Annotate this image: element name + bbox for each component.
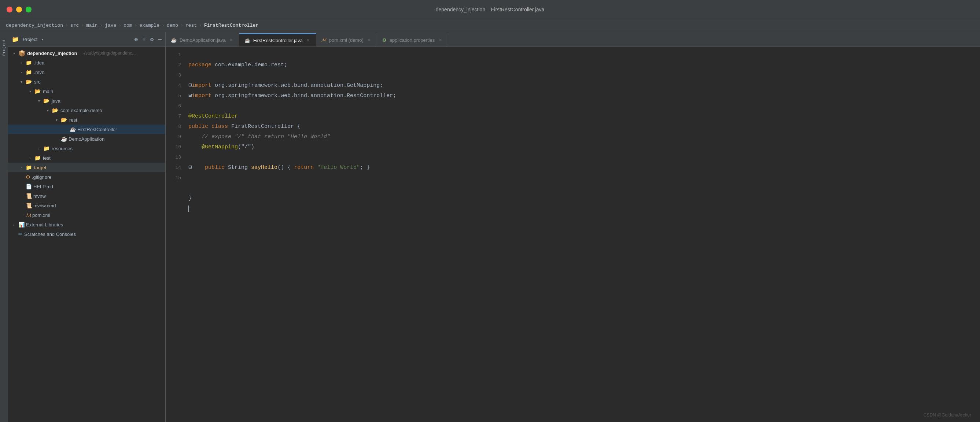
- tree-item-test[interactable]: › 📁 test: [8, 153, 165, 163]
- folder-icon: 📁: [25, 165, 32, 170]
- tree-item-label: java: [52, 98, 60, 104]
- tree-item-java[interactable]: ▾ 📂 java: [8, 96, 165, 106]
- tree-item-gitignore[interactable]: ⚙ .gitignore: [8, 172, 165, 182]
- line-numbers: 1 2 3 4 5 6 7 8 9 10 13 14 15: [165, 47, 185, 422]
- tree-item-DemoApplication[interactable]: ☕ DemoApplication: [8, 134, 165, 144]
- file-tree: ▾ 📦 dependency_injection ~/study/spring/…: [8, 47, 165, 422]
- script-icon: 📜: [25, 193, 32, 199]
- breadcrumb-item[interactable]: rest: [185, 23, 197, 28]
- tab-label: pom.xml (demo): [329, 37, 364, 43]
- java-tab-icon: ☕: [171, 37, 177, 43]
- minimize-panel-icon[interactable]: —: [158, 36, 162, 43]
- breadcrumb-item-current[interactable]: FirstRestController: [204, 23, 258, 28]
- code-editor[interactable]: 1 2 3 4 5 6 7 8 9 10 13 14 15 package co…: [165, 47, 980, 422]
- tree-item-label: dependency_injection: [27, 51, 77, 56]
- window-title: dependency_injection – FirstRestControll…: [436, 6, 545, 13]
- tree-item-idea[interactable]: › 📁 .idea: [8, 58, 165, 67]
- dropdown-arrow-icon[interactable]: ▾: [41, 37, 43, 42]
- editor-panel: ☕ DemoApplication.java ✕ ☕ FirstRestCont…: [165, 32, 980, 422]
- tree-item-mvnw[interactable]: 📜 mvnw: [8, 191, 165, 201]
- tree-item-label: mvnw.cmd: [33, 203, 56, 208]
- locate-icon[interactable]: ⊕: [135, 36, 138, 43]
- java-class-icon: ☕: [61, 136, 67, 142]
- breadcrumb-item[interactable]: dependency_injection: [6, 23, 63, 28]
- expand-arrow: ›: [18, 61, 24, 65]
- tab-DemoApplication[interactable]: ☕ DemoApplication.java ✕: [165, 33, 239, 46]
- tree-item-external-libs[interactable]: › 📊 External Libraries: [8, 220, 165, 229]
- tab-label: application.properties: [390, 37, 435, 43]
- breadcrumb-item[interactable]: demo: [167, 23, 178, 28]
- tree-item-rest[interactable]: ▾ 📂 rest: [8, 115, 165, 125]
- git-icon: ⚙: [25, 174, 30, 180]
- tab-close-button[interactable]: ✕: [366, 37, 372, 43]
- tree-item-label: pom.xml: [32, 213, 50, 218]
- tree-item-mvn[interactable]: › 📁 .mvn: [8, 67, 165, 77]
- tree-item-label: .mvn: [34, 70, 45, 75]
- md-icon: 📄: [25, 184, 32, 189]
- tab-pom[interactable]: 𝓜 pom.xml (demo) ✕: [316, 33, 377, 46]
- tree-item-label: resources: [52, 146, 73, 151]
- project-icon: 📦: [18, 50, 25, 57]
- expand-arrow: ▾: [45, 108, 51, 113]
- collapse-all-icon[interactable]: ≡: [142, 36, 146, 43]
- expand-arrow: ▾: [11, 51, 17, 55]
- tree-item-src[interactable]: ▾ 📂 src: [8, 77, 165, 86]
- maven-tab-icon: 𝓜: [321, 37, 326, 43]
- settings-icon[interactable]: ⚙: [150, 36, 154, 43]
- breadcrumb-item[interactable]: src: [70, 23, 79, 28]
- tree-item-label: test: [43, 155, 51, 161]
- tree-item-com-example-demo[interactable]: ▾ 📂 com.example.demo: [8, 106, 165, 115]
- tree-item-scratches[interactable]: ✏ Scratches and Consoles: [8, 229, 165, 239]
- close-button[interactable]: [6, 6, 13, 13]
- folder-open-icon: 📂: [52, 107, 58, 113]
- project-panel-title: Project: [23, 36, 37, 42]
- tree-item-label: target: [34, 165, 46, 170]
- scratches-icon: ✏: [18, 231, 23, 237]
- sidebar-vertical-label[interactable]: Project: [1, 36, 7, 59]
- tree-item-mvnwcmd[interactable]: 📜 mvnw.cmd: [8, 201, 165, 210]
- tab-close-button[interactable]: ✕: [438, 37, 443, 43]
- minimize-button[interactable]: [16, 6, 22, 13]
- maximize-button[interactable]: [25, 6, 32, 13]
- tree-item-path: ~/study/spring/dependenc...: [82, 51, 136, 56]
- title-bar: dependency_injection – FirstRestControll…: [0, 0, 980, 19]
- watermark: CSDN @GoldenaArcher: [924, 412, 971, 417]
- folder-open-icon: 📂: [35, 88, 41, 94]
- breadcrumb-item[interactable]: com: [124, 23, 132, 28]
- tree-item-FirstRestController[interactable]: ☕ FirstRestController: [8, 125, 165, 134]
- expand-arrow: ▾: [54, 118, 59, 122]
- tree-item-target[interactable]: › 📁 target: [8, 163, 165, 172]
- java-tab-icon: ☕: [245, 38, 250, 43]
- tree-item-label: .idea: [34, 60, 45, 65]
- main-layout: Project 📁 Project ▾ ⊕ ≡ ⚙ — ▾ 📦 dependen…: [0, 32, 980, 422]
- tree-item-resources[interactable]: › 📁 resources: [8, 144, 165, 153]
- project-panel: 📁 Project ▾ ⊕ ≡ ⚙ — ▾ 📦 dependency_injec…: [8, 32, 165, 422]
- tab-FirstRestController[interactable]: ☕ FirstRestController.java ✕: [239, 33, 316, 46]
- tree-item-label: main: [43, 89, 53, 94]
- tree-item-help[interactable]: 📄 HELP.md: [8, 182, 165, 191]
- traffic-lights: [6, 6, 32, 13]
- tree-item-main[interactable]: ▾ 📂 main: [8, 86, 165, 96]
- tree-item-label: FirstRestController: [77, 127, 117, 132]
- folder-icon: 📁: [35, 155, 41, 161]
- expand-arrow: ›: [36, 146, 42, 151]
- breadcrumb-item[interactable]: example: [139, 23, 159, 28]
- tree-item-label: .gitignore: [32, 175, 51, 180]
- project-toolbar: 📁 Project ▾ ⊕ ≡ ⚙ —: [8, 32, 165, 47]
- breadcrumb-item[interactable]: java: [105, 23, 116, 28]
- breadcrumb-item[interactable]: main: [86, 23, 97, 28]
- tab-application-properties[interactable]: ⚙ application.properties ✕: [377, 33, 449, 46]
- tree-item-pom[interactable]: 𝓜 pom.xml: [8, 210, 165, 220]
- folder-open-icon: 📂: [61, 117, 67, 123]
- toolbar-icons: ⊕ ≡ ⚙ —: [135, 36, 162, 43]
- script-icon: 📜: [25, 203, 32, 208]
- folder-icon: 📁: [12, 36, 19, 43]
- tree-item-label: src: [34, 79, 40, 85]
- tab-close-button[interactable]: ✕: [305, 38, 311, 43]
- breadcrumb: dependency_injection › src › main › java…: [0, 19, 980, 32]
- tree-item-root[interactable]: ▾ 📦 dependency_injection ~/study/spring/…: [8, 48, 165, 58]
- folder-icon: 📁: [25, 60, 32, 65]
- code-content[interactable]: package com.example.demo.rest; ⊟import o…: [185, 47, 980, 422]
- library-icon: 📊: [18, 222, 25, 227]
- tab-close-button[interactable]: ✕: [229, 37, 234, 43]
